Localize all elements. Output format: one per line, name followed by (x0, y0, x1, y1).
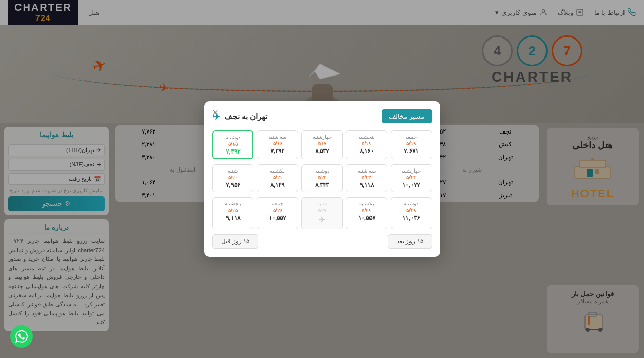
cal-cell-518[interactable]: پنجشنبه ۵/۱۸ ۸,۱۶۰ (346, 130, 387, 159)
cal-cell-528[interactable]: یکشنبه ۵/۲۸ ۱۰,۵۵۷ (346, 197, 387, 229)
cal-cell-522[interactable]: دوشنبه ۵/۲۲ ۸,۳۴۳ (301, 164, 343, 192)
cal-cell-517[interactable]: چهارشنبه ۵/۱۷ ۸,۵۳۷ (301, 130, 343, 159)
close-icon: × (212, 107, 218, 118)
cal-cell-526[interactable]: جمعه ۵/۲۶ ۱۰,۵۵۷ (257, 197, 298, 229)
cal-cell-523[interactable]: سه شنبه ۵/۲۳ ۹,۱۱۸ (346, 164, 387, 192)
reverse-btn-label: مسیر مخالف (389, 112, 425, 120)
cal-cell-520[interactable]: شنبه ۵/۲۰ ۷,۹۵۶ (212, 164, 254, 192)
reverse-route-button[interactable]: مسیر مخالف (382, 109, 432, 123)
cal-cell-527-unavailable[interactable]: شنبه ۵/۲۷ ✈ (301, 197, 343, 229)
calendar-row-1: جمعه ۵/۱۹ ۷,۶۷۱ پنجشنبه ۵/۱۸ ۸,۱۶۰ چهارش… (212, 130, 432, 159)
unavailable-icon: ✈ (304, 214, 340, 225)
flight-calendar-modal: × مسیر مخالف تهران به نجف ✈ جمعه ۵/۱۹ ۷,… (204, 101, 440, 257)
whatsapp-button[interactable] (10, 325, 33, 348)
modal-navigation: ۱۵ روز بعد ۱۵ روز قبل (212, 234, 432, 249)
next-days-label: ۱۵ روز بعد (397, 238, 423, 245)
prev-days-button[interactable]: ۱۵ روز قبل (212, 234, 259, 249)
cal-cell-521[interactable]: یکشنبه ۵/۲۱ ۸,۱۴۹ (257, 164, 298, 192)
cal-cell-516[interactable]: سه شنبه ۵/۱۶ ۷,۳۹۲ (257, 130, 298, 159)
cal-cell-524[interactable]: چهارشنبه ۵/۲۴ ۱۰,۰۷۷ (391, 164, 432, 192)
calendar-row-2: چهارشنبه ۵/۲۴ ۱۰,۰۷۷ سه شنبه ۵/۲۳ ۹,۱۱۸ … (212, 164, 432, 192)
next-days-button[interactable]: ۱۵ روز بعد (388, 234, 432, 249)
prev-days-label: ۱۵ روز قبل (221, 238, 250, 245)
whatsapp-icon (15, 330, 28, 343)
cal-cell-529[interactable]: دوشنبه ۵/۲۹ ۱۱,۰۳۶ (391, 197, 432, 229)
cal-cell-525[interactable]: پنجشنبه ۵/۲۵ ۹,۱۱۸ (212, 197, 254, 229)
modal-header: مسیر مخالف تهران به نجف ✈ (212, 109, 432, 123)
calendar-row-3: دوشنبه ۵/۲۹ ۱۱,۰۳۶ یکشنبه ۵/۲۸ ۱۰,۵۵۷ شن… (212, 197, 432, 229)
modal-close-button[interactable]: × (209, 106, 222, 119)
cal-cell-519[interactable]: جمعه ۵/۱۹ ۷,۶۷۱ (391, 130, 432, 159)
modal-title: تهران به نجف (224, 112, 267, 121)
cal-cell-515-selected[interactable]: دوشنبه ۵/۱۵ ۷,۳۹۲ (212, 130, 254, 159)
modal-overlay[interactable]: × مسیر مخالف تهران به نجف ✈ جمعه ۵/۱۹ ۷,… (0, 0, 644, 358)
